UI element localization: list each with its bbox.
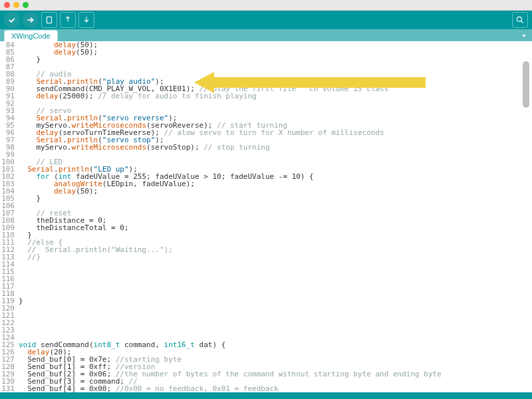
window-titlebar <box>0 0 532 11</box>
status-bar <box>0 392 532 399</box>
save-sketch-button[interactable] <box>78 12 94 28</box>
code-area[interactable]: delay(50); delay(50); } // audio Serial.… <box>19 41 532 392</box>
svg-rect-1 <box>47 17 52 23</box>
upload-button[interactable] <box>23 12 39 28</box>
svg-line-5 <box>521 21 523 23</box>
tab-bar: XWingCode <box>0 29 532 41</box>
vertical-scrollbar[interactable] <box>521 41 531 392</box>
toolbar <box>0 11 532 29</box>
minimize-window-button[interactable] <box>13 2 19 8</box>
tab-menu-button[interactable] <box>519 31 529 41</box>
line-number-gutter: 8485868788899091929394959697989910010110… <box>0 41 19 392</box>
scrollbar-thumb[interactable] <box>523 61 529 108</box>
open-sketch-button[interactable] <box>60 12 76 28</box>
maximize-window-button[interactable] <box>23 2 29 8</box>
serial-monitor-button[interactable] <box>512 12 528 28</box>
code-editor[interactable]: 8485868788899091929394959697989910010110… <box>0 41 532 392</box>
close-window-button[interactable] <box>4 2 10 8</box>
svg-point-4 <box>517 17 521 21</box>
svg-marker-6 <box>522 35 526 38</box>
tab-xwingcode[interactable]: XWingCode <box>4 30 58 41</box>
new-sketch-button[interactable] <box>41 12 57 28</box>
verify-button[interactable] <box>4 12 20 28</box>
